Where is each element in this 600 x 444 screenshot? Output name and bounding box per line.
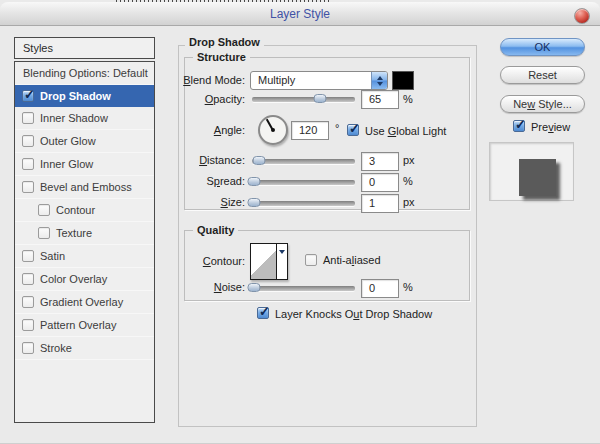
sidebar-item-bevel-and-emboss[interactable]: Bevel and Emboss [15,176,154,199]
size-unit: px [403,196,415,208]
preview-shadow-square [519,159,556,196]
distance-unit: px [403,154,415,166]
distance-input[interactable]: 3 [361,152,399,171]
contour-dropdown-button[interactable] [276,244,287,279]
stepper-icon[interactable] [371,72,387,89]
sidebar-item-label: Stroke [40,342,72,354]
noise-unit: % [403,281,413,293]
styles-list: Blending Options: DefaultDrop ShadowInne… [14,61,155,423]
sidebar-item-label: Bevel and Emboss [40,181,132,193]
sidebar-item-label: Blending Options: Default [23,67,148,79]
style-enable-checkbox[interactable] [22,342,34,354]
opacity-slider-thumb[interactable] [313,94,326,103]
style-enable-checkbox[interactable] [22,158,34,170]
spread-slider[interactable] [252,180,355,185]
noise-slider-thumb[interactable] [248,283,261,292]
angle-dial-center [271,128,275,132]
distance-slider-thumb[interactable] [253,156,266,165]
contour-thumbnail [251,244,278,279]
sidebar-item-outer-glow[interactable]: Outer Glow [15,130,154,153]
sidebar-item-color-overlay[interactable]: Color Overlay [15,268,154,291]
style-enable-checkbox[interactable] [22,250,34,262]
sidebar-item-label: Outer Glow [40,135,96,147]
style-enable-checkbox[interactable] [22,319,34,331]
layer-style-dialog: Layer Style Styles Blending Options: Def… [0,0,600,444]
layer-knocks-out-label: Layer Knocks Out Drop Shadow [275,308,432,320]
blend-mode-value: Multiply [258,74,295,86]
close-icon[interactable] [574,8,590,24]
pane-title: Drop Shadow [185,36,264,48]
reset-button[interactable]: Reset [500,66,585,84]
dialog-title: Layer Style [0,7,600,21]
new-style-button[interactable]: New Style... [500,95,585,113]
use-global-light-label: Use Global Light [365,125,446,137]
blend-mode-label: Blend Mode: [135,74,245,86]
sidebar-item-label: Drop Shadow [40,90,111,102]
spread-slider-thumb[interactable] [248,177,261,186]
sidebar-item-label: Contour [56,204,95,216]
style-enable-checkbox[interactable] [22,296,34,308]
noise-label: Noise: [135,281,245,293]
sidebar-item-gradient-overlay[interactable]: Gradient Overlay [15,291,154,314]
size-label: Size: [135,196,245,208]
spread-unit: % [403,175,413,187]
sidebar-item-label: Color Overlay [40,273,107,285]
structure-legend: Structure [193,51,250,63]
size-slider[interactable] [252,201,355,206]
layer-knocks-out-checkbox[interactable] [257,307,269,319]
contour-picker[interactable] [250,243,288,280]
blend-mode-select[interactable]: Multiply [250,71,388,90]
angle-input[interactable]: 120 [291,121,329,140]
style-enable-checkbox[interactable] [22,135,34,147]
style-enable-checkbox[interactable] [22,273,34,285]
preview-label: Preview [531,121,570,133]
spread-input[interactable]: 0 [361,173,399,192]
contour-label: Contour: [135,255,245,267]
opacity-input[interactable]: 65 [361,90,399,109]
size-input[interactable]: 1 [361,194,399,213]
sidebar-item-inner-glow[interactable]: Inner Glow [15,153,154,176]
distance-label: Distance: [135,154,245,166]
preview-checkbox[interactable] [513,120,525,132]
sidebar-item-contour[interactable]: Contour [15,199,154,222]
angle-label: Angle: [135,124,245,136]
sidebar-item-satin[interactable]: Satin [15,245,154,268]
sidebar-item-label: Gradient Overlay [40,296,123,308]
use-global-light-checkbox[interactable] [347,124,359,136]
noise-input[interactable]: 0 [361,279,399,298]
sidebar-item-inner-shadow[interactable]: Inner Shadow [15,107,154,130]
anti-aliased-label: Anti-aliased [323,254,381,266]
styles-header: Styles [14,37,155,59]
sidebar-item-drop-shadow[interactable]: Drop Shadow [15,85,154,107]
opacity-unit: % [403,93,413,105]
opacity-label: Opacity: [135,93,245,105]
style-enable-checkbox[interactable] [22,90,34,102]
angle-dial[interactable] [258,115,288,145]
style-enable-checkbox[interactable] [22,181,34,193]
chevron-down-icon [279,250,285,254]
sidebar-item-stroke[interactable]: Stroke [15,337,154,360]
sidebar-item-texture[interactable]: Texture [15,222,154,245]
sidebar-item-pattern-overlay[interactable]: Pattern Overlay [15,314,154,337]
sidebar-item-label: Inner Shadow [40,112,108,124]
style-enable-checkbox[interactable] [38,204,50,216]
quality-legend: Quality [193,224,238,236]
sidebar-item-label: Texture [56,227,92,239]
sidebar-item-label: Inner Glow [40,158,93,170]
size-slider-thumb[interactable] [248,198,261,207]
sidebar-item-label: Satin [40,250,65,262]
distance-slider[interactable] [252,159,355,164]
angle-unit: ° [335,122,339,134]
anti-aliased-checkbox[interactable] [305,254,317,266]
sidebar-item-label: Pattern Overlay [40,319,116,331]
ok-button[interactable]: OK [500,38,585,56]
spread-label: Spread: [135,175,245,187]
opacity-slider[interactable] [252,97,355,102]
shadow-color-swatch[interactable] [392,71,414,90]
style-enable-checkbox[interactable] [22,112,34,124]
title-bar[interactable]: Layer Style [0,2,600,26]
preview-thumbnail-well [489,142,574,201]
sidebar-item-blending-options-default[interactable]: Blending Options: Default [15,62,154,85]
style-enable-checkbox[interactable] [38,227,50,239]
noise-slider[interactable] [252,286,355,291]
